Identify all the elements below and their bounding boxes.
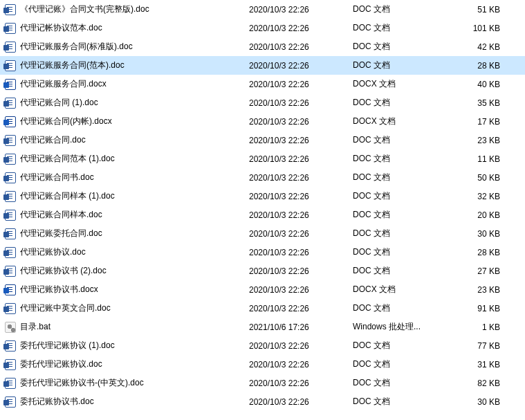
file-type: DOC 文档 xyxy=(353,3,450,15)
file-name: 代理记帐协议范本.doc xyxy=(17,22,249,34)
file-size: 20 KB xyxy=(450,210,508,220)
file-name: 代理记账合同样本 (1).doc xyxy=(17,190,249,202)
file-row[interactable]: 代理记账合同范本 (1).doc2020/10/3 22:26DOC 文档11 … xyxy=(0,149,525,168)
file-icon-cell xyxy=(3,4,17,15)
file-size: 77 KB xyxy=(450,341,508,351)
file-date: 2020/10/3 22:26 xyxy=(249,154,353,164)
file-row[interactable]: 代理记账合同.doc2020/10/3 22:26DOC 文档23 KB xyxy=(0,131,525,149)
file-row[interactable]: 代理记账服务合同(标准版).doc2020/10/3 22:26DOC 文档42… xyxy=(0,37,525,56)
word-doc-icon xyxy=(5,4,16,15)
file-size: 11 KB xyxy=(450,154,508,164)
file-name: 代理记账委托合同.doc xyxy=(17,228,249,239)
file-size: 42 KB xyxy=(450,42,508,52)
file-date: 2020/10/3 22:26 xyxy=(249,229,353,239)
file-date: 2020/10/3 22:26 xyxy=(249,80,353,89)
file-type: DOC 文档 xyxy=(353,265,450,277)
file-row[interactable]: 委托代理记账协议 (1).doc2020/10/3 22:26DOC 文档77 … xyxy=(0,336,525,355)
word-doc-icon xyxy=(5,191,16,202)
file-row[interactable]: 代理记账服务合同(范本).doc2020/10/3 22:26DOC 文档28 … xyxy=(0,56,525,75)
file-type: DOC 文档 xyxy=(353,228,450,239)
file-name: 代理记账协议.doc xyxy=(17,246,249,258)
file-size: 28 KB xyxy=(450,248,508,257)
file-icon-cell xyxy=(3,172,17,183)
file-icon-cell xyxy=(3,396,17,408)
file-row[interactable]: 《代理记账》合同文书(完整版).doc2020/10/3 22:26DOC 文档… xyxy=(0,0,525,19)
word-docx-icon xyxy=(5,116,16,127)
file-row[interactable]: 委托记账协议书.doc2020/10/3 22:26DOC 文档30 KB xyxy=(0,392,525,411)
file-name: 代理记账合同.doc xyxy=(17,134,249,146)
file-date: 2020/10/3 22:26 xyxy=(249,98,353,108)
file-row[interactable]: 代理记账合同样本.doc2020/10/3 22:26DOC 文档20 KB xyxy=(0,206,525,224)
file-row[interactable]: 代理记账委托合同.doc2020/10/3 22:26DOC 文档30 KB xyxy=(0,224,525,243)
file-type: DOC 文档 xyxy=(353,209,450,221)
batch-file-icon xyxy=(5,322,16,333)
file-row[interactable]: 委托代理记账协议书-(中英文).doc2020/10/3 22:26DOC 文档… xyxy=(0,374,525,392)
word-doc-icon xyxy=(5,247,16,258)
file-type: DOC 文档 xyxy=(353,302,450,314)
file-name: 委托记账协议书.doc xyxy=(17,396,249,408)
file-size: 17 KB xyxy=(450,117,508,127)
file-row[interactable]: 代理记账协议书.docx2020/10/3 22:26DOCX 文档23 KB xyxy=(0,280,525,299)
file-size: 23 KB xyxy=(450,136,508,145)
file-row[interactable]: 代理记账协议书 (2).doc2020/10/3 22:26DOC 文档27 K… xyxy=(0,262,525,280)
file-row[interactable]: 代理记账合同 (1).doc2020/10/3 22:26DOC 文档35 KB xyxy=(0,93,525,112)
file-type: DOC 文档 xyxy=(353,377,450,389)
file-size: 23 KB xyxy=(450,285,508,295)
file-icon-cell xyxy=(3,60,17,71)
file-row[interactable]: 代理记账合同书.doc2020/10/3 22:26DOC 文档50 KB xyxy=(0,168,525,187)
file-size: 30 KB xyxy=(450,397,508,407)
file-row[interactable]: 代理记账服务合同.docx2020/10/3 22:26DOCX 文档40 KB xyxy=(0,75,525,93)
file-name: 代理记账中英文合同.doc xyxy=(17,302,249,314)
file-icon-cell xyxy=(3,98,17,109)
word-docx-icon xyxy=(5,284,16,295)
file-name: 目录.bat xyxy=(17,321,249,333)
file-name: 代理记账合同书.doc xyxy=(17,172,249,183)
file-date: 2020/10/3 22:26 xyxy=(249,61,353,71)
file-row[interactable]: 代理记账合同(内帐).docx2020/10/3 22:26DOCX 文档17 … xyxy=(0,112,525,131)
file-name: 委托代理记账协议 (1).doc xyxy=(17,340,249,351)
file-name: 代理记账服务合同(范本).doc xyxy=(17,60,249,71)
file-icon-cell xyxy=(3,303,17,314)
file-name: 《代理记账》合同文书(完整版).doc xyxy=(17,3,249,15)
file-row[interactable]: 代理记账合同样本 (1).doc2020/10/3 22:26DOC 文档32 … xyxy=(0,187,525,206)
file-size: 27 KB xyxy=(450,266,508,276)
file-icon-cell xyxy=(3,79,17,90)
file-size: 40 KB xyxy=(450,80,508,89)
file-date: 2020/10/3 22:26 xyxy=(249,360,353,369)
file-size: 31 KB xyxy=(450,360,508,369)
file-list[interactable]: 《代理记账》合同文书(完整版).doc2020/10/3 22:26DOC 文档… xyxy=(0,0,525,411)
file-name: 代理记账合同样本.doc xyxy=(17,209,249,221)
file-row[interactable]: 代理记账协议.doc2020/10/3 22:26DOC 文档28 KB xyxy=(0,243,525,262)
word-doc-icon xyxy=(5,359,16,370)
file-type: DOC 文档 xyxy=(353,172,450,183)
file-type: DOC 文档 xyxy=(353,153,450,165)
file-type: DOC 文档 xyxy=(353,41,450,53)
file-type: DOC 文档 xyxy=(353,97,450,109)
file-date: 2020/10/3 22:26 xyxy=(249,173,353,183)
file-icon-cell xyxy=(3,340,17,351)
file-date: 2020/10/3 22:26 xyxy=(249,192,353,201)
file-row[interactable]: 代理记帐协议范本.doc2020/10/3 22:26DOC 文档101 KB xyxy=(0,19,525,37)
file-size: 35 KB xyxy=(450,98,508,108)
file-icon-cell xyxy=(3,23,17,34)
file-date: 2020/10/3 22:26 xyxy=(249,117,353,127)
word-doc-icon xyxy=(5,228,16,239)
word-doc-icon xyxy=(5,60,16,71)
file-type: DOC 文档 xyxy=(353,340,450,351)
word-doc-icon xyxy=(5,340,16,351)
file-row[interactable]: 目录.bat2021/10/6 17:26Windows 批处理...1 KB xyxy=(0,318,525,336)
file-type: DOC 文档 xyxy=(353,134,450,146)
file-size: 30 KB xyxy=(450,229,508,239)
file-row[interactable]: 委托代理记账协议.doc2020/10/3 22:26DOC 文档31 KB xyxy=(0,355,525,374)
file-row[interactable]: 代理记账中英文合同.doc2020/10/3 22:26DOC 文档91 KB xyxy=(0,299,525,318)
file-name: 代理记账协议书.docx xyxy=(17,284,249,295)
word-doc-icon xyxy=(5,266,16,277)
file-icon-cell xyxy=(3,135,17,146)
file-date: 2020/10/3 22:26 xyxy=(249,397,353,407)
file-name: 委托代理记账协议.doc xyxy=(17,358,249,370)
file-icon-cell xyxy=(3,284,17,295)
file-name: 委托代理记账协议书-(中英文).doc xyxy=(17,377,249,389)
file-type: DOC 文档 xyxy=(353,22,450,34)
file-icon-cell xyxy=(3,266,17,277)
file-name: 代理记账服务合同.docx xyxy=(17,78,249,90)
